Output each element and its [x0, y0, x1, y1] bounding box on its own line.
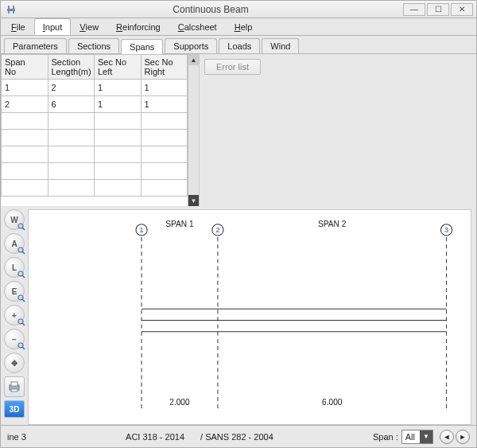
svg-rect-17	[11, 389, 17, 392]
table-row[interactable]	[2, 163, 188, 180]
app-window: Continuous Beam — ☐ ✕ FileInputViewReinf…	[0, 0, 477, 448]
tab-spans[interactable]: Spans	[121, 39, 163, 54]
svg-rect-1	[8, 6, 10, 14]
grid-cell[interactable]	[141, 130, 188, 146]
grid-cell[interactable]	[2, 146, 48, 163]
grid-header: SectionLength(m)	[48, 55, 95, 80]
grid-cell[interactable]	[2, 113, 48, 130]
right-panel: Error list	[200, 54, 476, 206]
scroll-down-button[interactable]: ▼	[188, 195, 199, 206]
prev-span-button[interactable]: ◄	[440, 430, 454, 444]
span-combo[interactable]: All ▼	[401, 430, 433, 444]
svg-text:1: 1	[140, 226, 144, 234]
grid-cell[interactable]: 1	[2, 80, 48, 96]
grid-cell[interactable]	[141, 113, 188, 130]
tool-pan-button[interactable]: ✥	[4, 353, 25, 373]
table-row[interactable]	[2, 146, 188, 163]
grid-cell[interactable]	[95, 180, 142, 197]
grid-cell[interactable]	[141, 180, 188, 197]
grid-cell[interactable]	[141, 163, 188, 180]
svg-text:2.000: 2.000	[169, 398, 190, 407]
magnifier-icon	[17, 271, 25, 279]
svg-line-10	[22, 299, 25, 302]
grid-cell[interactable]: 2	[2, 96, 48, 113]
beam-drawing: 123SPAN 12.000SPAN 26.000	[29, 210, 471, 424]
grid-cell[interactable]	[95, 146, 142, 163]
grid-cell[interactable]	[48, 130, 95, 146]
tool-l-button[interactable]: L	[4, 257, 25, 278]
svg-line-8	[22, 275, 25, 278]
grid-cell[interactable]	[95, 163, 142, 180]
span-combo-value: All	[402, 432, 420, 442]
grid-cell[interactable]	[141, 146, 188, 163]
scroll-track[interactable]	[188, 65, 199, 195]
tool-print-button[interactable]	[4, 376, 25, 397]
grid-cell[interactable]	[2, 130, 48, 146]
grid-cell[interactable]: 1	[141, 80, 188, 96]
table-row[interactable]: 1211	[2, 80, 188, 96]
tab-loads[interactable]: Loads	[219, 38, 260, 53]
statusbar: ine 3 ACI 318 - 2014 / SANS 282 - 2004 S…	[1, 425, 476, 447]
tool-minus-button[interactable]: −	[4, 329, 25, 349]
table-row[interactable]: 2611	[2, 96, 188, 113]
grid-cell[interactable]: 2	[48, 80, 95, 96]
tool-a-button[interactable]: A	[4, 233, 25, 254]
maximize-button[interactable]: ☐	[427, 3, 449, 16]
span-nav: ◄ ►	[438, 430, 470, 444]
grid-header: SpanNo	[2, 55, 48, 80]
chevron-down-icon: ▼	[420, 430, 432, 443]
scroll-up-button[interactable]: ▲	[188, 54, 199, 65]
menu-file[interactable]: File	[2, 18, 34, 35]
tab-sections[interactable]: Sections	[68, 38, 119, 53]
span-grid[interactable]: SpanNoSectionLength(m)Sec NoLeftSec NoRi…	[1, 54, 188, 206]
grid-cell[interactable]	[48, 146, 95, 163]
menu-input[interactable]: Input	[34, 18, 71, 35]
grid-cell[interactable]	[2, 180, 48, 197]
grid-cell[interactable]: 1	[141, 96, 188, 113]
grid-cell[interactable]	[48, 180, 95, 197]
menu-calcsheet[interactable]: Calcsheet	[169, 18, 226, 35]
grid-cell[interactable]: 1	[95, 80, 142, 96]
grid-header: Sec NoLeft	[95, 55, 142, 80]
span-selector: Span : All ▼	[373, 430, 433, 444]
svg-rect-16	[11, 382, 17, 386]
svg-text:6.000: 6.000	[322, 398, 343, 407]
status-code-1: ACI 318 - 2014	[126, 432, 184, 442]
tab-supports[interactable]: Supports	[165, 38, 217, 53]
tab-wind[interactable]: Wind	[262, 38, 299, 53]
error-list-button[interactable]: Error list	[204, 59, 261, 75]
tool-3d-button[interactable]: 3D	[4, 400, 25, 418]
svg-text:3: 3	[444, 226, 448, 234]
view-toolbar: WALE+−✥3D	[1, 206, 28, 425]
next-span-button[interactable]: ►	[456, 430, 470, 444]
beam-canvas[interactable]: 123SPAN 12.000SPAN 26.000	[28, 209, 471, 425]
tool-w-button[interactable]: W	[4, 209, 25, 230]
grid-cell[interactable]	[95, 130, 142, 146]
magnifier-icon	[17, 247, 25, 255]
minimize-button[interactable]: —	[403, 3, 425, 16]
tool-e-button[interactable]: E	[4, 281, 25, 302]
grid-cell[interactable]	[48, 113, 95, 130]
viewport-row: WALE+−✥3D 123SPAN 12.000SPAN 26.000	[1, 206, 476, 425]
svg-line-14	[22, 347, 25, 349]
app-icon	[4, 4, 18, 15]
menu-reinforcing[interactable]: Reinforcing	[107, 18, 169, 35]
grid-cell[interactable]	[2, 163, 48, 180]
grid-cell[interactable]: 1	[95, 96, 142, 113]
magnifier-icon	[17, 223, 25, 231]
grid-cell[interactable]: 6	[48, 96, 95, 113]
grid-cell[interactable]	[95, 113, 142, 130]
table-row[interactable]	[2, 130, 188, 146]
table-row[interactable]	[2, 180, 188, 197]
tab-parameters[interactable]: Parameters	[4, 38, 67, 53]
top-panel: SpanNoSectionLength(m)Sec NoLeftSec NoRi…	[1, 53, 476, 206]
menu-view[interactable]: View	[71, 18, 107, 35]
menu-help[interactable]: Help	[226, 18, 262, 35]
grid-scrollbar[interactable]: ▲ ▼	[188, 54, 199, 206]
close-button[interactable]: ✕	[451, 3, 473, 16]
menubar: FileInputViewReinforcingCalcsheetHelp	[1, 18, 476, 36]
tool-plus-button[interactable]: +	[4, 305, 25, 325]
grid-cell[interactable]	[48, 163, 95, 180]
table-row[interactable]	[2, 113, 188, 130]
status-left-text: ine 3	[7, 432, 26, 442]
